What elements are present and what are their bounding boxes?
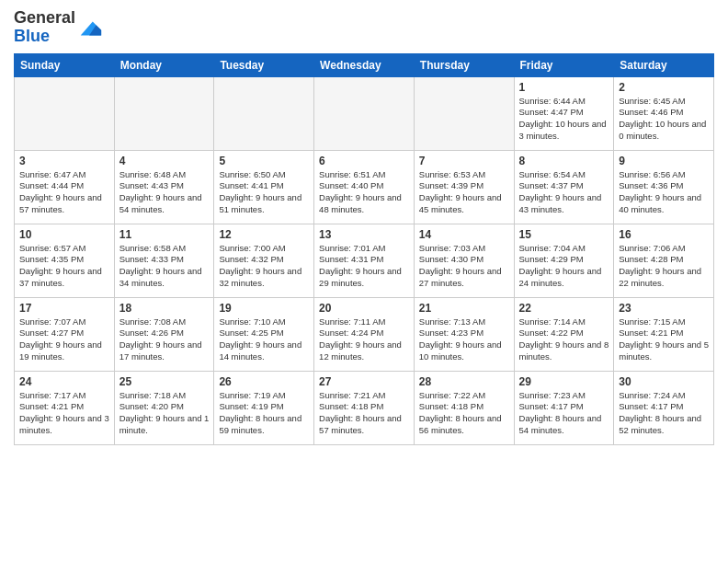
calendar-cell — [15, 76, 115, 150]
calendar-header-row: SundayMondayTuesdayWednesdayThursdayFrid… — [15, 53, 714, 76]
calendar-cell: 2Sunrise: 6:45 AM Sunset: 4:46 PM Daylig… — [614, 76, 714, 150]
calendar-week-3: 10Sunrise: 6:57 AM Sunset: 4:35 PM Dayli… — [15, 224, 714, 297]
day-info: Sunrise: 7:08 AM Sunset: 4:26 PM Dayligh… — [119, 316, 210, 363]
day-info: Sunrise: 6:53 AM Sunset: 4:39 PM Dayligh… — [419, 169, 509, 216]
column-header-saturday: Saturday — [614, 53, 714, 76]
logo-text: General Blue — [14, 9, 75, 46]
day-number: 2 — [619, 81, 709, 94]
logo-blue: Blue — [14, 27, 50, 45]
calendar-cell: 20Sunrise: 7:11 AM Sunset: 4:24 PM Dayli… — [314, 297, 415, 371]
day-info: Sunrise: 7:23 AM Sunset: 4:17 PM Dayligh… — [519, 390, 609, 437]
column-header-wednesday: Wednesday — [314, 53, 415, 76]
day-number: 21 — [419, 302, 509, 315]
logo: General Blue — [14, 9, 103, 46]
calendar-cell: 21Sunrise: 7:13 AM Sunset: 4:23 PM Dayli… — [414, 297, 514, 371]
column-header-friday: Friday — [514, 53, 614, 76]
day-info: Sunrise: 6:54 AM Sunset: 4:37 PM Dayligh… — [519, 169, 609, 216]
day-number: 19 — [219, 302, 309, 315]
day-number: 24 — [19, 375, 109, 388]
day-info: Sunrise: 7:13 AM Sunset: 4:23 PM Dayligh… — [419, 316, 509, 363]
day-info: Sunrise: 7:19 AM Sunset: 4:19 PM Dayligh… — [219, 390, 309, 437]
calendar-cell: 10Sunrise: 6:57 AM Sunset: 4:35 PM Dayli… — [15, 224, 115, 297]
column-header-sunday: Sunday — [15, 53, 115, 76]
day-info: Sunrise: 7:22 AM Sunset: 4:18 PM Dayligh… — [419, 390, 509, 437]
calendar-cell: 6Sunrise: 6:51 AM Sunset: 4:40 PM Daylig… — [314, 150, 415, 224]
day-info: Sunrise: 6:51 AM Sunset: 4:40 PM Dayligh… — [319, 169, 409, 216]
calendar-cell: 17Sunrise: 7:07 AM Sunset: 4:27 PM Dayli… — [15, 297, 115, 371]
day-number: 27 — [319, 375, 409, 388]
calendar-cell: 26Sunrise: 7:19 AM Sunset: 4:19 PM Dayli… — [214, 371, 314, 444]
calendar-cell: 7Sunrise: 6:53 AM Sunset: 4:39 PM Daylig… — [414, 150, 514, 224]
logo-general: General — [14, 8, 75, 27]
calendar-cell: 4Sunrise: 6:48 AM Sunset: 4:43 PM Daylig… — [114, 150, 214, 224]
column-header-monday: Monday — [114, 53, 214, 76]
day-info: Sunrise: 7:03 AM Sunset: 4:30 PM Dayligh… — [419, 243, 509, 290]
calendar-week-4: 17Sunrise: 7:07 AM Sunset: 4:27 PM Dayli… — [15, 297, 714, 371]
calendar-cell: 13Sunrise: 7:01 AM Sunset: 4:31 PM Dayli… — [314, 224, 415, 297]
day-info: Sunrise: 7:21 AM Sunset: 4:18 PM Dayligh… — [319, 390, 409, 437]
day-number: 25 — [119, 375, 210, 388]
day-info: Sunrise: 7:17 AM Sunset: 4:21 PM Dayligh… — [19, 390, 109, 437]
page-header: General Blue — [14, 9, 714, 46]
day-number: 14 — [419, 228, 509, 241]
day-number: 16 — [619, 228, 709, 241]
calendar-cell — [314, 76, 415, 150]
calendar-cell: 1Sunrise: 6:44 AM Sunset: 4:47 PM Daylig… — [514, 76, 614, 150]
day-info: Sunrise: 7:15 AM Sunset: 4:21 PM Dayligh… — [619, 316, 709, 363]
day-info: Sunrise: 6:47 AM Sunset: 4:44 PM Dayligh… — [19, 169, 109, 216]
calendar-table: SundayMondayTuesdayWednesdayThursdayFrid… — [14, 53, 714, 445]
calendar-cell — [214, 76, 314, 150]
calendar-cell: 9Sunrise: 6:56 AM Sunset: 4:36 PM Daylig… — [614, 150, 714, 224]
calendar-cell: 8Sunrise: 6:54 AM Sunset: 4:37 PM Daylig… — [514, 150, 614, 224]
calendar-cell: 28Sunrise: 7:22 AM Sunset: 4:18 PM Dayli… — [414, 371, 514, 444]
day-number: 28 — [419, 375, 509, 388]
day-number: 8 — [519, 155, 609, 167]
calendar-cell: 11Sunrise: 6:58 AM Sunset: 4:33 PM Dayli… — [114, 224, 214, 297]
day-info: Sunrise: 7:18 AM Sunset: 4:20 PM Dayligh… — [119, 390, 210, 437]
day-info: Sunrise: 7:04 AM Sunset: 4:29 PM Dayligh… — [519, 243, 609, 290]
calendar-week-1: 1Sunrise: 6:44 AM Sunset: 4:47 PM Daylig… — [15, 76, 714, 150]
day-number: 9 — [619, 155, 709, 167]
calendar-cell — [114, 76, 214, 150]
calendar-cell: 18Sunrise: 7:08 AM Sunset: 4:26 PM Dayli… — [114, 297, 214, 371]
calendar-cell: 15Sunrise: 7:04 AM Sunset: 4:29 PM Dayli… — [514, 224, 614, 297]
calendar-cell: 30Sunrise: 7:24 AM Sunset: 4:17 PM Dayli… — [614, 371, 714, 444]
day-info: Sunrise: 6:58 AM Sunset: 4:33 PM Dayligh… — [119, 243, 210, 290]
calendar-cell: 12Sunrise: 7:00 AM Sunset: 4:32 PM Dayli… — [214, 224, 314, 297]
calendar-cell: 16Sunrise: 7:06 AM Sunset: 4:28 PM Dayli… — [614, 224, 714, 297]
day-info: Sunrise: 6:56 AM Sunset: 4:36 PM Dayligh… — [619, 169, 709, 216]
day-info: Sunrise: 7:24 AM Sunset: 4:17 PM Dayligh… — [619, 390, 709, 437]
day-number: 6 — [319, 155, 409, 167]
day-number: 5 — [219, 155, 309, 167]
day-number: 4 — [119, 155, 210, 167]
day-info: Sunrise: 6:45 AM Sunset: 4:46 PM Dayligh… — [619, 96, 709, 143]
day-number: 29 — [519, 375, 609, 388]
day-info: Sunrise: 7:01 AM Sunset: 4:31 PM Dayligh… — [319, 243, 409, 290]
day-number: 23 — [619, 302, 709, 315]
day-number: 20 — [319, 302, 409, 315]
day-number: 15 — [519, 228, 609, 241]
column-header-thursday: Thursday — [414, 53, 514, 76]
day-number: 18 — [119, 302, 210, 315]
day-info: Sunrise: 7:11 AM Sunset: 4:24 PM Dayligh… — [319, 316, 409, 363]
day-number: 30 — [619, 375, 709, 388]
day-info: Sunrise: 6:44 AM Sunset: 4:47 PM Dayligh… — [519, 96, 609, 143]
day-number: 17 — [19, 302, 109, 315]
day-number: 11 — [119, 228, 210, 241]
day-number: 12 — [219, 228, 309, 241]
calendar-week-2: 3Sunrise: 6:47 AM Sunset: 4:44 PM Daylig… — [15, 150, 714, 224]
day-number: 1 — [519, 81, 609, 94]
day-info: Sunrise: 7:14 AM Sunset: 4:22 PM Dayligh… — [519, 316, 609, 363]
calendar-cell: 27Sunrise: 7:21 AM Sunset: 4:18 PM Dayli… — [314, 371, 415, 444]
day-info: Sunrise: 7:06 AM Sunset: 4:28 PM Dayligh… — [619, 243, 709, 290]
calendar-cell: 29Sunrise: 7:23 AM Sunset: 4:17 PM Dayli… — [514, 371, 614, 444]
day-number: 10 — [19, 228, 109, 241]
column-header-tuesday: Tuesday — [214, 53, 314, 76]
day-info: Sunrise: 7:07 AM Sunset: 4:27 PM Dayligh… — [19, 316, 109, 363]
day-info: Sunrise: 7:00 AM Sunset: 4:32 PM Dayligh… — [219, 243, 309, 290]
calendar-cell: 5Sunrise: 6:50 AM Sunset: 4:41 PM Daylig… — [214, 150, 314, 224]
calendar-week-5: 24Sunrise: 7:17 AM Sunset: 4:21 PM Dayli… — [15, 371, 714, 444]
day-info: Sunrise: 6:57 AM Sunset: 4:35 PM Dayligh… — [19, 243, 109, 290]
day-number: 7 — [419, 155, 509, 167]
calendar-cell: 24Sunrise: 7:17 AM Sunset: 4:21 PM Dayli… — [15, 371, 115, 444]
